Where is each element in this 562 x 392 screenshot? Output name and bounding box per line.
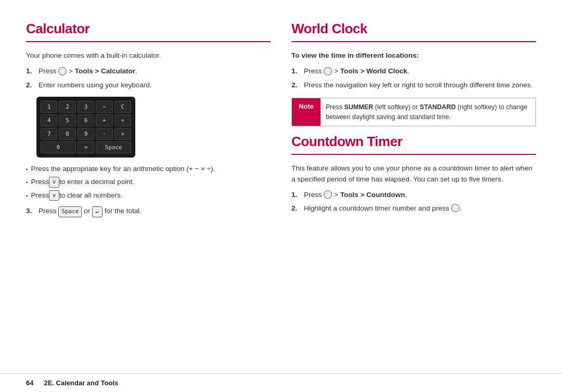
page: Calculator Your phone comes with a built… <box>0 0 562 392</box>
right-column: World Clock To view the time in differen… <box>291 21 536 358</box>
world-clock-step-1: 1. Press > Tools > World Clock. <box>291 66 536 76</box>
calculator-step3-list: 3. Press Space or ↵ for the total. <box>26 206 271 217</box>
calc-key-dot: · <box>96 128 112 140</box>
note-content: Press SUMMER (left softkey) or STANDARD … <box>321 98 535 126</box>
footer: 64 2E. Calendar and Tools <box>0 373 562 392</box>
calc-bullet-2: Press v to enter a decimal point. <box>26 177 271 188</box>
calc-key-times: × <box>114 128 131 140</box>
menu-icon-cd1 <box>324 190 332 199</box>
calc-key-equals: = <box>78 141 94 153</box>
menu-icon-calc1 <box>58 67 67 75</box>
countdown-step-2: 2. Highlight a countdown timer number an… <box>291 203 536 214</box>
calc-key-2: 2 <box>59 101 75 113</box>
calculator-bullets: Press the appropriate key for an arithme… <box>26 164 271 201</box>
main-content: Calculator Your phone comes with a built… <box>0 0 562 373</box>
space-key: Space <box>58 206 82 217</box>
calculator-section: Calculator Your phone comes with a built… <box>26 21 271 358</box>
calculator-steps-list: 1. Press > Tools > Calculator. 2. Enter … <box>26 66 271 90</box>
note-label: Note <box>292 98 321 126</box>
calc-key-div: ÷ <box>114 114 131 126</box>
world-clock-intro: To view the time in different locations: <box>291 50 536 61</box>
menu-icon-cd2 <box>451 204 459 212</box>
calc-key-7: 7 <box>41 128 57 140</box>
calc-key-minus: − <box>96 101 112 113</box>
countdown-step-1: 1. Press > Tools > Countdown. <box>291 190 536 200</box>
calc-key-6: 6 <box>78 114 94 126</box>
countdown-steps: 1. Press > Tools > Countdown. 2. Highlig… <box>291 190 536 214</box>
enter-key: ↵ <box>92 206 103 217</box>
clear-key: v <box>49 190 59 201</box>
calculator-divider <box>26 41 271 42</box>
countdown-title: Countdown Timer <box>291 134 536 150</box>
calc-key-8: 8 <box>59 128 75 140</box>
chapter-title: 2E. Calendar and Tools <box>44 379 118 387</box>
calc-bullet-1: Press the appropriate key for an arithme… <box>26 164 271 174</box>
world-clock-step-2: 2. Press the navigation key left or righ… <box>291 80 536 90</box>
calculator-step-2-text: Enter numbers using your keyboard. <box>39 80 152 90</box>
page-number: 64 <box>26 379 33 387</box>
decimal-key: v <box>49 177 59 188</box>
calc-bullet-3: Press v to clear all numbers. <box>26 190 271 201</box>
world-clock-steps: 1. Press > Tools > World Clock. 2. Press… <box>291 66 536 90</box>
calc-key-5: 5 <box>59 114 75 126</box>
world-clock-section: World Clock To view the time in differen… <box>291 21 536 126</box>
calculator-step-3: 3. Press Space or ↵ for the total. <box>26 206 271 217</box>
calculator-title: Calculator <box>26 21 271 37</box>
calc-key-space: Space <box>96 141 131 153</box>
calculator-image: 1 2 3 − C 4 5 6 + ÷ 7 8 9 · × 0 = Space <box>36 97 135 158</box>
calculator-step-1: 1. Press > Tools > Calculator. <box>26 66 271 76</box>
calc-key-c: C <box>114 101 131 113</box>
world-clock-divider <box>291 41 536 42</box>
world-clock-title: World Clock <box>291 21 536 37</box>
countdown-divider <box>291 154 536 155</box>
note-box: Note Press SUMMER (left softkey) or STAN… <box>291 98 536 127</box>
calc-key-plus: + <box>96 114 112 126</box>
calc-key-9: 9 <box>78 128 94 140</box>
countdown-section: Countdown Timer This feature allows you … <box>291 134 536 214</box>
countdown-intro: This feature allows you to use your phon… <box>291 163 536 185</box>
calc-key-1: 1 <box>41 101 57 113</box>
calculator-step-2: 2. Enter numbers using your keyboard. <box>26 80 271 90</box>
menu-icon-wc1 <box>324 67 332 75</box>
calc-key-0: 0 <box>41 141 76 153</box>
calc-key-4: 4 <box>41 114 57 126</box>
calc-key-3: 3 <box>78 101 94 113</box>
calculator-intro: Your phone comes with a built-in calcula… <box>26 50 271 61</box>
